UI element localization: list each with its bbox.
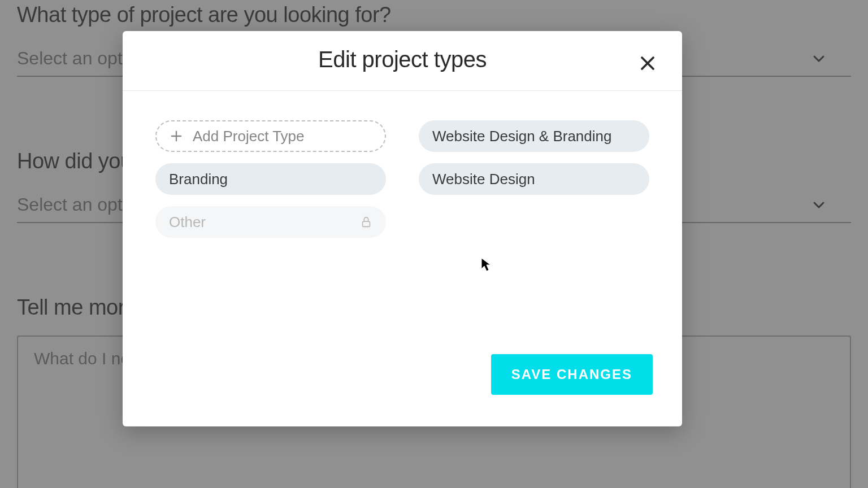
- project-type-chips: Add Project Type Website Design & Brandi…: [155, 120, 649, 238]
- chip-website-design[interactable]: Website Design: [419, 163, 649, 195]
- save-changes-button[interactable]: SAVE CHANGES: [491, 354, 653, 395]
- chip-label: Website Design & Branding: [432, 128, 611, 145]
- chip-website-design-branding[interactable]: Website Design & Branding: [419, 120, 649, 152]
- modal-body: Add Project Type Website Design & Brandi…: [123, 91, 682, 354]
- svg-rect-4: [363, 221, 370, 226]
- chip-other-locked: Other: [155, 206, 386, 238]
- plus-icon: [170, 130, 183, 142]
- add-project-type-label: Add Project Type: [193, 128, 305, 145]
- close-icon: [639, 55, 656, 74]
- chip-label: Branding: [169, 171, 228, 188]
- modal-title: Edit project types: [140, 47, 665, 72]
- modal-header: Edit project types: [123, 31, 682, 91]
- add-project-type-button[interactable]: Add Project Type: [155, 120, 386, 152]
- chip-label: Other: [169, 213, 206, 231]
- modal-footer: SAVE CHANGES: [123, 354, 682, 426]
- chip-branding[interactable]: Branding: [155, 163, 386, 195]
- close-button[interactable]: [637, 54, 658, 75]
- chip-label: Website Design: [432, 171, 535, 188]
- edit-project-types-modal: Edit project types Add Project Type Webs…: [123, 31, 682, 426]
- lock-icon: [360, 216, 372, 228]
